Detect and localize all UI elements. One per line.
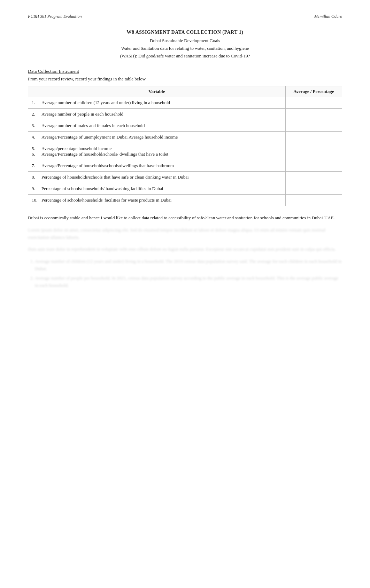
blurred-para1: Lorem ipsum dolor sit amet, consectetur … — [28, 227, 342, 241]
row-text: Average/Percentage of households/schools… — [41, 163, 174, 168]
blurred-list-item-1: Average number of children (12 years and… — [35, 258, 342, 273]
row-num: 9. — [32, 186, 41, 191]
row-text: Percentage of schools/households' facili… — [41, 197, 171, 203]
table-cell-variable: 8.Percentage of households/schools that … — [28, 172, 286, 183]
subtitle3: (WASH): Did good/safe water and sanitati… — [28, 53, 342, 59]
row-num: 6. — [32, 151, 41, 157]
row-text: Percentage of households/schools that ha… — [41, 174, 189, 180]
row-text: Average/Percentage of household/schools/… — [41, 151, 168, 157]
row-num: 5. — [32, 146, 41, 151]
blurred-para2: Duis aute irure dolor in reprehenderit i… — [28, 246, 342, 253]
blurred-section: Lorem ipsum dolor sit amet, consectetur … — [28, 227, 342, 289]
header: PUBH 381 Program Evaluation Mcmillan Odu… — [28, 14, 342, 19]
table-cell-avg — [285, 143, 342, 160]
table-row: 9.Percentage of schools/ households' han… — [28, 183, 342, 195]
row-text: Average/Percentage of unemployment in Du… — [41, 134, 178, 140]
table-row: 5.Average/percentage household income6.A… — [28, 143, 342, 160]
table-cell-avg — [285, 172, 342, 183]
row-num: 8. — [32, 174, 41, 180]
intro-text: From your record review, record your fin… — [28, 76, 342, 82]
subtitle2: Water and Sanitation data for relating t… — [28, 46, 342, 51]
table-cell-variable: 4.Average/Percentage of unemployment in … — [28, 132, 286, 143]
blurred-list-item-2: Average number of people per household. … — [35, 275, 342, 289]
row-text: Average/percentage household income — [41, 146, 111, 151]
table-cell-avg — [285, 120, 342, 132]
table-cell-avg — [285, 183, 342, 195]
row-num: 4. — [32, 134, 41, 140]
row-text: Average number of children (12 years and… — [41, 100, 170, 105]
header-right: Mcmillan Oduro — [314, 14, 342, 19]
section-heading: Data Collection Instrument — [28, 69, 342, 74]
col-avg-header: Average / Percentage — [285, 86, 342, 97]
table-cell-variable: 10.Percentage of schools/households' fac… — [28, 195, 286, 206]
table-row: 10.Percentage of schools/households' fac… — [28, 195, 342, 206]
table-cell-avg — [285, 160, 342, 172]
title-section: W8 ASSIGNMENT DATA COLLECTION (PART 1) D… — [28, 30, 342, 59]
row-num: 7. — [32, 163, 41, 168]
table-header-row: Variable Average / Percentage — [28, 86, 342, 97]
closing-paragraph: Dubai is economically stable and hence I… — [28, 214, 342, 222]
table-cell-variable: 5.Average/percentage household income6.A… — [28, 143, 286, 160]
table-row: 2.Average number of people in each house… — [28, 109, 342, 120]
blurred-list: Average number of children (12 years and… — [35, 258, 342, 289]
table-cell-variable: 9.Percentage of schools/ households' han… — [28, 183, 286, 195]
table-row: 1.Average number of children (12 years a… — [28, 97, 342, 109]
table-cell-avg — [285, 97, 342, 109]
main-title: W8 ASSIGNMENT DATA COLLECTION (PART 1) — [28, 30, 342, 35]
table-cell-avg — [285, 109, 342, 120]
table-row: 3.Average number of males and females in… — [28, 120, 342, 132]
table-cell-variable: 3.Average number of males and females in… — [28, 120, 286, 132]
table-row: 4.Average/Percentage of unemployment in … — [28, 132, 342, 143]
table-row: 8.Percentage of households/schools that … — [28, 172, 342, 183]
subtitle1: Dubai Sustainable Development Goals — [28, 38, 342, 44]
table-cell-variable: 2.Average number of people in each house… — [28, 109, 286, 120]
page: PUBH 381 Program Evaluation Mcmillan Odu… — [0, 0, 370, 588]
data-collection-table: Variable Average / Percentage 1.Average … — [28, 86, 342, 206]
row-num: 10. — [32, 197, 41, 203]
header-left: PUBH 381 Program Evaluation — [28, 14, 82, 19]
col-variable-header: Variable — [28, 86, 286, 97]
row-text: Average number of people in each househo… — [41, 111, 123, 117]
table-cell-variable: 7.Average/Percentage of households/schoo… — [28, 160, 286, 172]
table-cell-avg — [285, 132, 342, 143]
table-row: 7.Average/Percentage of households/schoo… — [28, 160, 342, 172]
row-text: Average number of males and females in e… — [41, 123, 145, 128]
row-num: 3. — [32, 123, 41, 128]
table-cell-avg — [285, 195, 342, 206]
table-cell-variable: 1.Average number of children (12 years a… — [28, 97, 286, 109]
row-text: Percentage of schools/ households' handw… — [41, 186, 163, 191]
row-num: 2. — [32, 111, 41, 117]
row-num: 1. — [32, 100, 41, 105]
